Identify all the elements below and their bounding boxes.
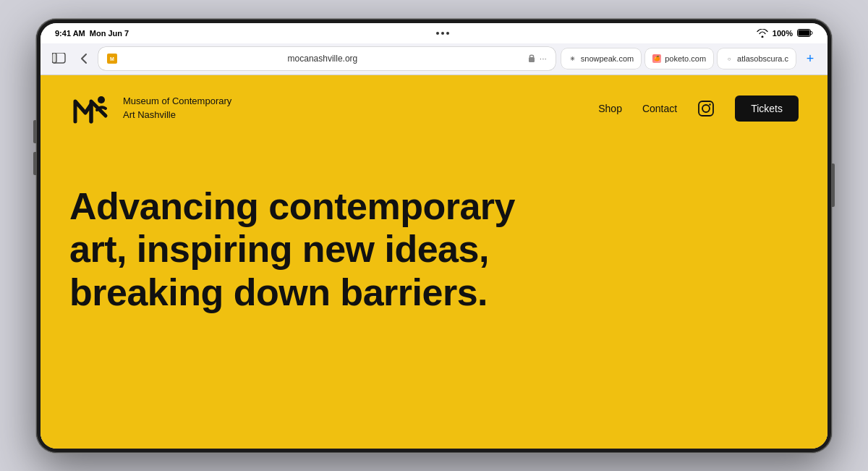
status-date: Mon Jun 7: [90, 29, 129, 38]
svg-rect-6: [529, 57, 535, 62]
tickets-button[interactable]: Tickets: [735, 96, 799, 122]
svg-rect-3: [52, 53, 56, 63]
instagram-icon[interactable]: [697, 100, 715, 117]
hero-section: Advancing contemporary art, inspiring ne…: [41, 142, 827, 449]
hero-tagline: Advancing contemporary art, inspiring ne…: [69, 185, 518, 315]
tablet-screen: 9:41 AM Mon Jun 7 100%: [41, 23, 827, 449]
status-right: 100%: [757, 29, 813, 38]
logo-line2: Art Nashville: [123, 109, 176, 120]
logo-text: Museum of Contemporary Art Nashville: [123, 95, 231, 121]
snowpeak-favicon: ✳: [569, 54, 577, 63]
tablet-right-buttons: [832, 164, 835, 207]
status-center: [436, 32, 449, 35]
tab-poketo-label: poketo.com: [665, 54, 706, 63]
logo-line1: Museum of Contemporary: [123, 96, 231, 106]
svg-point-10: [709, 103, 710, 105]
poketo-favicon: 🍊: [652, 54, 661, 63]
site-favicon: M: [107, 54, 117, 64]
wifi-icon: [757, 29, 768, 38]
back-button[interactable]: [75, 50, 93, 67]
volume-down-button[interactable]: [33, 152, 36, 175]
tablet-frame: 9:41 AM Mon Jun 7 100%: [36, 19, 832, 453]
svg-text:M: M: [110, 56, 114, 61]
refresh-icon[interactable]: ···: [540, 54, 547, 64]
logo-mark-svg: [69, 87, 113, 130]
dot-1: [436, 32, 439, 35]
battery-icon: [797, 29, 813, 37]
status-bar: 9:41 AM Mon Jun 7 100%: [41, 23, 827, 43]
svg-rect-1: [799, 30, 810, 36]
lock-icon: [528, 54, 535, 64]
tab-snowpeak-label: snowpeak.com: [581, 54, 634, 63]
nav-contact-link[interactable]: Contact: [642, 103, 677, 114]
add-tab-icon: +: [807, 51, 814, 67]
atlas-favicon: ○: [725, 54, 733, 63]
volume-up-button[interactable]: [33, 120, 36, 143]
battery-label: 100%: [773, 29, 793, 38]
website-content: Museum of Contemporary Art Nashville Sho…: [41, 75, 827, 449]
dot-3: [446, 32, 449, 35]
tablet-left-buttons: [33, 120, 36, 175]
svg-rect-8: [699, 101, 713, 116]
tab-atlasobscura[interactable]: ○ atlasobscura.c: [718, 48, 796, 69]
site-nav-right: Shop Contact Tickets: [598, 96, 799, 122]
status-left: 9:41 AM Mon Jun 7: [55, 29, 129, 38]
address-bar[interactable]: M mocanashville.org ···: [98, 47, 556, 70]
svg-point-7: [98, 96, 105, 103]
site-navigation: Museum of Contemporary Art Nashville Sho…: [41, 75, 827, 142]
browser-tabs: ✳ snowpeak.com 🍊 poketo.com ○ atlasobscu…: [561, 48, 796, 69]
address-text: mocanashville.org: [122, 54, 524, 64]
sidebar-toggle-button[interactable]: [49, 48, 69, 69]
svg-point-9: [702, 105, 710, 112]
tab-snowpeak[interactable]: ✳ snowpeak.com: [561, 48, 641, 69]
add-tab-button[interactable]: +: [801, 50, 819, 67]
dot-2: [441, 32, 444, 35]
status-time: 9:41 AM: [55, 29, 85, 38]
tab-atlasobscura-label: atlasobscura.c: [737, 54, 788, 63]
power-button[interactable]: [832, 164, 835, 207]
browser-chrome: M mocanashville.org ··· ✳ snowpeak.com: [41, 43, 827, 75]
site-logo: Museum of Contemporary Art Nashville: [69, 87, 231, 130]
nav-shop-link[interactable]: Shop: [598, 103, 622, 114]
tab-poketo[interactable]: 🍊 poketo.com: [645, 48, 713, 69]
